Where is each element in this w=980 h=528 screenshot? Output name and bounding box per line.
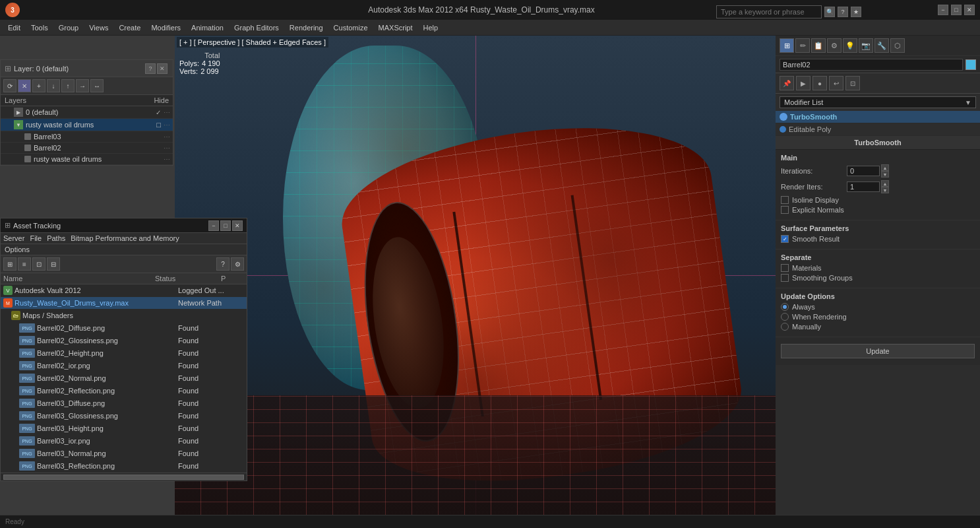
menu-modifiers[interactable]: Modifiers <box>146 22 186 33</box>
menu-maxscript[interactable]: MAXScript <box>373 22 418 33</box>
search-btn[interactable]: 🔍 <box>824 7 835 17</box>
ts-iterations-input[interactable] <box>847 166 880 176</box>
menu-help[interactable]: Help <box>418 22 444 33</box>
ts-render-down[interactable]: ▼ <box>881 187 889 193</box>
asset-row-png-4[interactable]: PNG Barrel02_Normal.png Found <box>1 372 247 385</box>
ts-title-bar: TurboSmooth <box>776 136 980 150</box>
layer-item-rusty2[interactable]: rusty waste oil drums ⋯ <box>1 154 173 165</box>
asset-row-png-0[interactable]: PNG Barrel02_Diffuse.png Found <box>1 322 247 335</box>
asset-row-vault[interactable]: V Autodesk Vault 2012 Logged Out ... <box>1 284 247 297</box>
mod-icon-pin[interactable]: 📌 <box>780 76 794 90</box>
asset-tb-view4[interactable]: ⊟ <box>47 257 60 271</box>
mod-icon-undo[interactable]: ↩ <box>829 76 843 90</box>
ts-smoothing-groups-checkbox[interactable] <box>781 274 789 282</box>
modifier-name-input[interactable] <box>780 59 963 71</box>
maximize-btn[interactable]: □ <box>951 5 962 15</box>
layers-tb-down[interactable]: ↓ <box>47 79 60 92</box>
ts-manually-radio[interactable] <box>781 323 789 331</box>
layers-tb-right[interactable]: → <box>76 79 89 92</box>
rp-icon-active[interactable]: ⊞ <box>780 38 794 53</box>
asset-tb-view2[interactable]: ≡ <box>18 257 31 271</box>
menu-customize[interactable]: Customize <box>328 22 373 33</box>
asset-scrollbar-h[interactable] <box>1 473 247 480</box>
rp-icon-6[interactable]: 🔧 <box>874 38 889 53</box>
asset-row-png-8[interactable]: PNG Barrel03_Height.png Found <box>1 422 247 435</box>
asset-restore-btn[interactable]: □ <box>220 220 231 231</box>
modifier-item-editablepoly[interactable]: Editable Poly <box>776 123 980 136</box>
menu-graph-editors[interactable]: Graph Editors <box>229 22 284 33</box>
menu-rendering[interactable]: Rendering <box>284 22 328 33</box>
favorites-btn[interactable]: ★ <box>851 7 861 17</box>
asset-row-png-6[interactable]: PNG Barrel03_Diffuse.png Found <box>1 397 247 410</box>
mod-icon-dot[interactable]: ● <box>812 76 827 90</box>
ts-explicit-normals-checkbox[interactable] <box>781 206 789 214</box>
asset-menu-paths[interactable]: Paths <box>47 234 65 242</box>
layers-tb-swap[interactable]: ↔ <box>90 79 104 92</box>
asset-row-png-9[interactable]: PNG Barrel03_ior.png Found <box>1 435 247 447</box>
menu-create[interactable]: Create <box>113 22 146 33</box>
menu-animation[interactable]: Animation <box>186 22 229 33</box>
asset-row-png-5[interactable]: PNG Barrel02_Reflection.png Found <box>1 385 247 397</box>
menu-views[interactable]: Views <box>84 22 113 33</box>
close-btn[interactable]: ✕ <box>964 5 975 15</box>
modifier-item-turbosmooth[interactable]: TurboSmooth <box>776 111 980 123</box>
mod-icon-grid[interactable]: ⊡ <box>845 76 860 90</box>
rp-icon-1[interactable]: ✏ <box>795 38 810 53</box>
layers-help-btn[interactable]: ? <box>145 63 156 74</box>
menu-group[interactable]: Group <box>53 22 84 33</box>
ts-render-up[interactable]: ▲ <box>881 180 889 187</box>
minimize-btn[interactable]: − <box>938 5 948 15</box>
asset-minimize-btn[interactable]: − <box>208 220 219 231</box>
mod-icon-play[interactable]: ▶ <box>796 76 811 90</box>
asset-tb-view3[interactable]: ⊡ <box>32 257 46 271</box>
asset-tb-settings[interactable]: ⚙ <box>231 257 244 271</box>
layer-item-rusty[interactable]: ▼ rusty waste oil drums □ ⋯ <box>1 119 173 131</box>
asset-tb-help[interactable]: ? <box>216 257 230 271</box>
menu-edit[interactable]: Edit <box>3 22 26 33</box>
asset-row-png-7[interactable]: PNG Barrel03_Glossiness.png Found <box>1 410 247 422</box>
layers-tb-delete[interactable]: ✕ <box>18 79 31 92</box>
ts-iter-up[interactable]: ▲ <box>881 164 889 171</box>
ts-smooth-result-checkbox[interactable]: ✓ <box>781 235 789 243</box>
rp-icon-5[interactable]: 📷 <box>859 38 873 53</box>
ts-materials-checkbox[interactable] <box>781 264 789 272</box>
layers-tb-up[interactable]: ↑ <box>61 79 75 92</box>
ts-always-radio[interactable] <box>781 303 789 311</box>
ts-iter-down[interactable]: ▼ <box>881 171 889 178</box>
rp-icon-7[interactable]: ⬡ <box>890 38 905 53</box>
layers-close-btn[interactable]: ✕ <box>157 63 168 74</box>
ts-update-button[interactable]: Update <box>781 344 975 358</box>
menu-tools[interactable]: Tools <box>26 22 53 33</box>
asset-menu-options[interactable]: Options <box>5 246 30 253</box>
asset-row-png-11[interactable]: PNG Barrel03_Reflection.png Found <box>1 460 247 473</box>
asset-menu-file[interactable]: File <box>30 234 42 242</box>
rp-icon-3[interactable]: ⚙ <box>827 38 842 53</box>
rp-icon-2[interactable]: 📋 <box>811 38 826 53</box>
search-input[interactable] <box>716 5 822 18</box>
ts-update-options-section: Update Options Always When Rendering Man… <box>776 288 980 337</box>
asset-row-png-10[interactable]: PNG Barrel03_Normal.png Found <box>1 447 247 460</box>
layer-item-default[interactable]: ▶ 0 (default) ✓ ⋯ <box>1 106 173 119</box>
layers-tb-refresh[interactable]: ⟳ <box>3 79 16 92</box>
asset-menu-server[interactable]: Server <box>3 234 24 242</box>
search-help-btn[interactable]: ? <box>838 7 848 17</box>
layer-item-barrel02[interactable]: Barrel02 ⋯ <box>1 143 173 154</box>
asset-row-png-3[interactable]: PNG Barrel02_ior.png Found <box>1 360 247 372</box>
asset-row-png-1[interactable]: PNG Barrel02_Glossiness.png Found <box>1 335 247 347</box>
asset-tb-view1[interactable]: ⊞ <box>3 257 16 271</box>
ts-render-iters-input[interactable] <box>847 182 880 192</box>
asset-row-png-2[interactable]: PNG Barrel02_Height.png Found <box>1 347 247 360</box>
asset-menu-bitmap[interactable]: Bitmap Performance and Memory <box>71 234 179 242</box>
modifier-list-dropdown[interactable]: Modifier List ▼ <box>780 96 976 108</box>
viewport-3d[interactable] <box>175 36 776 515</box>
layer-item-barrel03[interactable]: Barrel03 ⋯ <box>1 131 173 143</box>
asset-close-btn[interactable]: ✕ <box>232 220 243 231</box>
rp-icon-4[interactable]: 💡 <box>843 38 857 53</box>
scrollbar-thumb[interactable] <box>3 475 244 480</box>
layers-tb-add[interactable]: + <box>32 79 46 92</box>
ts-isoline-checkbox[interactable] <box>781 196 789 204</box>
asset-row-maxfile[interactable]: M Rusty_Waste_Oil_Drums_vray.max Network… <box>1 297 247 310</box>
asset-row-maps[interactable]: 🗁 Maps / Shaders <box>1 310 247 322</box>
ts-when-rendering-radio[interactable] <box>781 313 789 321</box>
modifier-color-swatch[interactable] <box>965 59 976 70</box>
